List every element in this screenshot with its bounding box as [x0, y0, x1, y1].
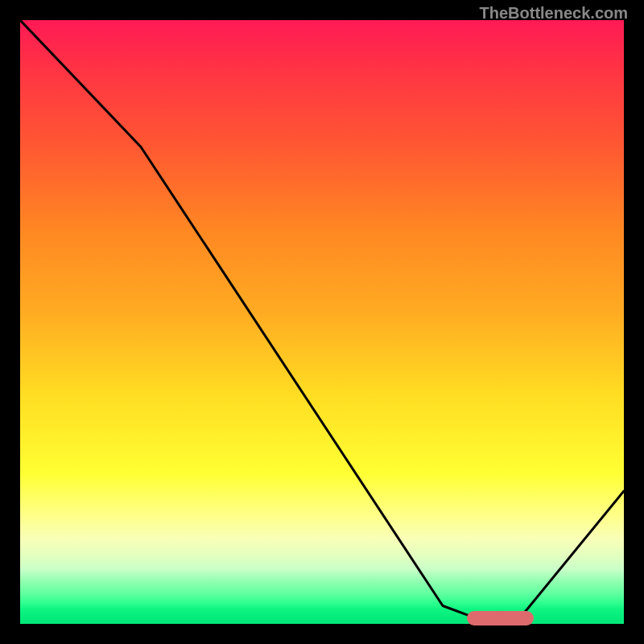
bottleneck-curve [20, 20, 624, 624]
attribution-text: TheBottleneck.com [480, 4, 628, 23]
chart-plot-area [20, 20, 624, 624]
optimal-marker [467, 611, 534, 625]
